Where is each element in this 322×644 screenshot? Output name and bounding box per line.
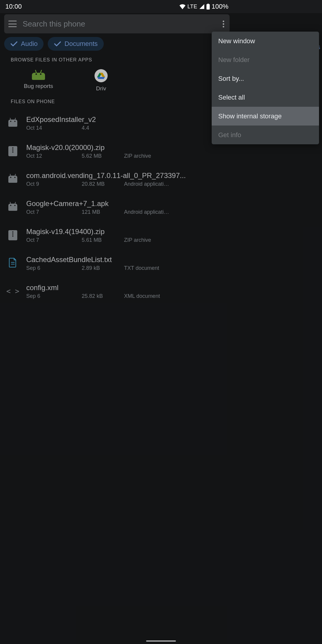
wifi-icon xyxy=(179,4,186,9)
svg-rect-0 xyxy=(206,4,210,10)
overflow-menu: New window New folder Sort by... Select … xyxy=(212,32,234,144)
menu-new-window[interactable]: New window xyxy=(212,32,234,50)
lte-label: LTE xyxy=(188,4,197,10)
menu-select-all[interactable]: Select all xyxy=(212,88,234,107)
signal-icon xyxy=(199,4,205,9)
status-right: LTE 100% xyxy=(179,3,228,10)
battery-pct: 100% xyxy=(212,3,228,10)
menu-sort-by[interactable]: Sort by... xyxy=(212,69,234,88)
menu-scrim[interactable] xyxy=(0,13,234,467)
menu-get-info: Get info xyxy=(212,126,234,144)
svg-rect-1 xyxy=(208,4,209,4)
menu-new-folder: New folder xyxy=(212,50,234,69)
menu-show-internal[interactable]: Show internal storage xyxy=(212,107,234,126)
clock: 10:00 xyxy=(5,3,22,10)
battery-icon xyxy=(206,4,210,10)
statusbar: 10:00 LTE 100% xyxy=(0,0,234,13)
